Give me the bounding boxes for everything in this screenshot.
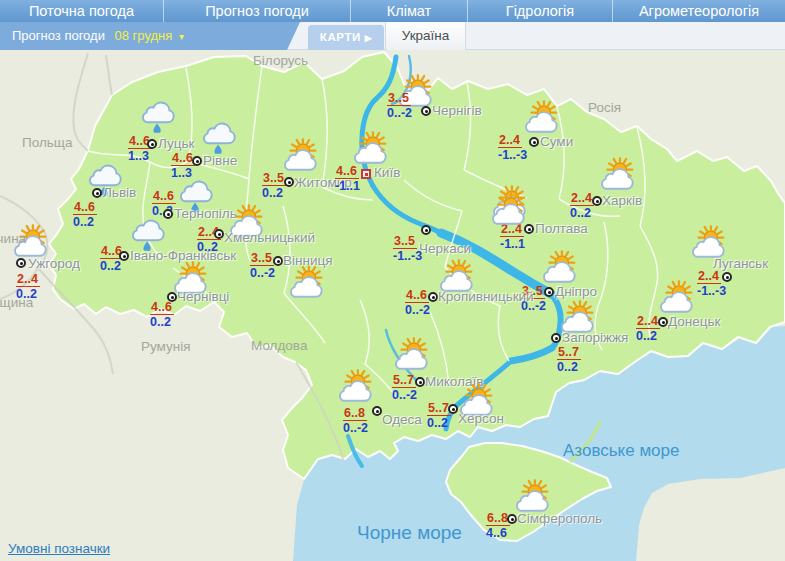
- temp-max: 2..4: [636, 315, 660, 329]
- temp-max: 4..6: [73, 201, 97, 215]
- city-marker[interactable]: [167, 292, 177, 302]
- temp-max: 2..4: [697, 270, 721, 284]
- city-marker[interactable]: [722, 272, 732, 282]
- city-label[interactable]: Полтава: [535, 221, 588, 236]
- country-label: Румунія: [141, 339, 191, 354]
- city-label[interactable]: Ужгород: [28, 256, 80, 271]
- city-marker[interactable]: [421, 225, 431, 235]
- city-label[interactable]: Донецьк: [668, 314, 720, 329]
- city-marker[interactable]: [214, 229, 224, 239]
- city-marker[interactable]: [529, 137, 539, 147]
- sun-cloud-icon: [512, 479, 554, 514]
- temp-max: 4..6: [335, 165, 359, 179]
- maps-button[interactable]: КАРТИ ▶: [308, 25, 384, 50]
- country-label: Білорусь: [253, 53, 308, 68]
- city-label[interactable]: Чернівці: [177, 289, 229, 304]
- city-marker[interactable]: [551, 333, 561, 343]
- city-marker[interactable]: [448, 404, 458, 414]
- city-marker[interactable]: [119, 251, 129, 261]
- maps-button-label: КАРТИ: [320, 31, 361, 43]
- temp-min: 0..2: [99, 259, 122, 274]
- sun-cloud-icon: [539, 250, 581, 285]
- city-marker[interactable]: [421, 106, 431, 116]
- city-marker[interactable]: [507, 514, 517, 524]
- country-label: Угорщина: [0, 295, 33, 310]
- city-label[interactable]: Львів: [103, 185, 136, 200]
- sun-cloud-icon: [597, 157, 639, 192]
- weather-forecast-page: 2..40..2Ужгород4..60..2Львів4..61..3Луць…: [0, 0, 785, 561]
- sun-cloud-icon: [656, 280, 698, 315]
- temp-min: 4..6: [485, 526, 508, 541]
- city-marker[interactable]: [428, 292, 438, 302]
- temp-max: 2..4: [498, 134, 522, 148]
- city-marker[interactable]: [372, 406, 382, 416]
- city-marker[interactable]: [544, 287, 554, 297]
- city-marker[interactable]: [415, 377, 425, 387]
- temp-max: 3..5: [387, 92, 411, 106]
- sun-cloud-icon: [391, 337, 433, 372]
- temp-min: -1..1: [334, 179, 361, 194]
- temp-max: 5..7: [557, 346, 581, 360]
- temp-max: 3..5: [262, 172, 286, 186]
- temp-min: 0..2: [261, 186, 284, 201]
- city-label[interactable]: Херсон: [458, 411, 504, 426]
- nav-tab-hydrology[interactable]: Гідрологія: [467, 0, 612, 22]
- temp-min: 0..-2: [404, 303, 431, 318]
- main-navigation: Поточна погода Прогноз погоди Клімат Гід…: [0, 0, 785, 22]
- temp-max: 4..6: [405, 289, 429, 303]
- tab-ukraine[interactable]: Україна: [385, 22, 466, 50]
- sun-cloud-icon: [335, 369, 377, 404]
- city-label[interactable]: Кропивницький: [438, 289, 534, 304]
- nav-tab-forecast[interactable]: Прогноз погоди: [163, 0, 350, 22]
- city-marker[interactable]: [147, 139, 157, 149]
- forecast-section-header: Прогноз погоди 08 грудня ▾: [0, 22, 300, 50]
- rain-cloud-icon: [128, 216, 170, 251]
- temp-min: 0..2: [149, 315, 172, 330]
- city-marker[interactable]: [658, 317, 668, 327]
- temp-max: 2..4: [570, 192, 594, 206]
- city-label[interactable]: Чернігів: [432, 103, 482, 118]
- city-label[interactable]: Сімферополь: [517, 511, 602, 526]
- city-label[interactable]: Луганськ: [713, 256, 768, 271]
- city-label[interactable]: Хмельницький: [224, 230, 315, 245]
- sea-label: Чорне море: [357, 522, 462, 544]
- temp-max: 4..6: [150, 301, 174, 315]
- city-marker[interactable]: [273, 256, 283, 266]
- date-dropdown[interactable]: 08 грудня: [115, 28, 173, 43]
- city-label[interactable]: Рівне: [203, 153, 237, 168]
- rain-cloud-icon: [138, 98, 180, 133]
- sea-label: Азовське море: [563, 441, 679, 461]
- city-label[interactable]: Луцьк: [158, 136, 194, 151]
- city-marker[interactable]: [284, 177, 294, 187]
- city-label[interactable]: Одеса: [382, 412, 422, 427]
- city-marker[interactable]: [16, 258, 26, 268]
- sun-cloud-icon: [280, 138, 322, 173]
- city-label[interactable]: Київ: [374, 165, 400, 180]
- city-label[interactable]: Запоріжжя: [562, 330, 628, 345]
- country-label: Польща: [22, 135, 72, 150]
- chevron-down-icon[interactable]: ▾: [179, 31, 184, 42]
- city-label[interactable]: Дніпро: [555, 284, 597, 299]
- legend-link[interactable]: Умовні позначки: [8, 541, 110, 556]
- temp-min: 0..-2: [386, 106, 413, 121]
- temp-min: 0..2: [72, 215, 95, 230]
- city-label[interactable]: Черкаси: [419, 241, 471, 256]
- city-marker[interactable]: [192, 156, 202, 166]
- temp-max: 3..5: [250, 252, 274, 266]
- capital-marker[interactable]: [361, 169, 371, 179]
- city-marker[interactable]: [92, 188, 102, 198]
- temp-min: -1..-3: [696, 284, 727, 299]
- city-marker[interactable]: [592, 196, 602, 206]
- temp-min: 0..2: [196, 240, 219, 255]
- play-arrow-icon: ▶: [365, 33, 373, 43]
- city-label[interactable]: Вінниця: [283, 253, 333, 268]
- city-label[interactable]: Суми: [540, 134, 573, 149]
- forecast-section-label: Прогноз погоди: [12, 28, 105, 43]
- nav-tab-agrometeorology[interactable]: Агрометеорологія: [612, 0, 785, 22]
- nav-tab-climate[interactable]: Клімат: [350, 0, 467, 22]
- temp-min: -1..1: [499, 237, 526, 252]
- sun-cloud-icon: [488, 192, 530, 227]
- temp-min: 0..-2: [342, 421, 369, 436]
- city-label[interactable]: Харків: [602, 193, 642, 208]
- nav-tab-current-weather[interactable]: Поточна погода: [0, 0, 163, 22]
